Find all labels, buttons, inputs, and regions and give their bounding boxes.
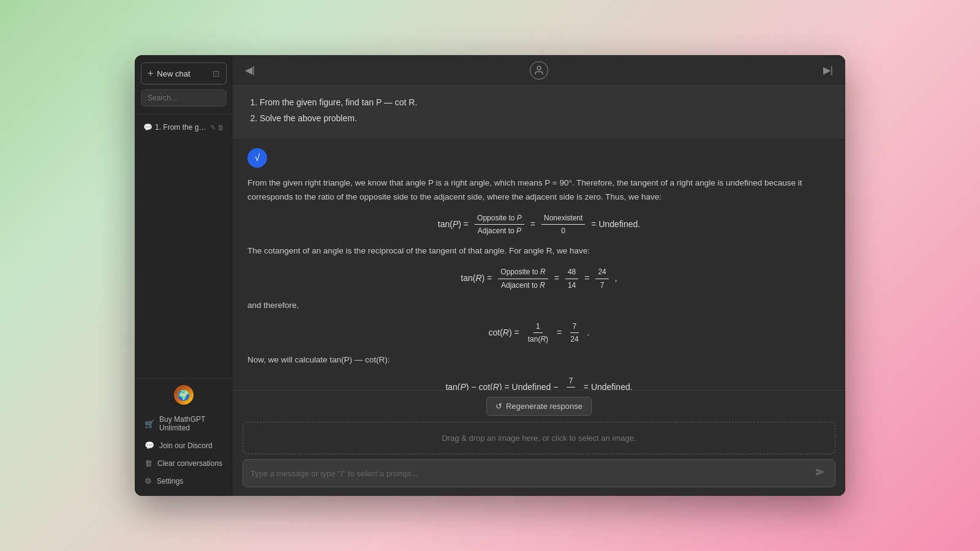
send-icon [815, 467, 825, 477]
sidebar-bottom: 🌍 🛒 Buy MathGPT Unlimited 💬 Join our Dis… [135, 378, 233, 496]
question-text: From the given figure, find tan P — cot … [247, 96, 831, 126]
discord-icon: 💬 [145, 441, 154, 450]
send-button[interactable] [813, 465, 827, 482]
cotangent-intro: The cotangent of an angle is the recipro… [247, 244, 831, 258]
clear-icon: 🗑 [145, 459, 153, 468]
message-input[interactable] [251, 469, 813, 478]
message-input-row [243, 459, 835, 487]
edit-icon[interactable]: ✎ [210, 124, 216, 132]
chat-header: ◀| ▶| [233, 55, 845, 86]
final-equation: tan(P) − cot(R) = Undefined − 7 24 = Und… [247, 375, 831, 390]
tanP-equation: tan(P) = Opposite to P Adjacent to P = N… [247, 212, 831, 238]
buy-icon: 🛒 [145, 419, 154, 429]
chat-bottom: ↺ Regenerate response Drag & drop an ima… [233, 390, 845, 496]
app-window: + New chat ⊡ 💬 1. From the given figur..… [135, 55, 845, 496]
answer-area: √ From the given right triangle, we know… [233, 138, 845, 390]
cotR-equation: cot(R) = 1 tan(R) = 7 24 . [247, 320, 831, 346]
expand-button[interactable]: ▶| [821, 62, 835, 78]
settings-icon: ⚙ [145, 476, 152, 485]
discord-label: Join our Discord [159, 441, 213, 450]
history-item-label: 1. From the given figur... [155, 123, 208, 132]
buy-unlimited-label: Buy MathGPT Unlimited [159, 415, 223, 432]
user-avatar-icon [530, 61, 548, 80]
chat-history-icon: 💬 [143, 123, 153, 132]
collapse-sidebar-button[interactable]: ◀| [243, 62, 257, 78]
regenerate-label: Regenerate response [506, 402, 582, 411]
drop-zone-text: Drag & drop an image here, or click to s… [442, 433, 636, 443]
calc-intro: Now, we will calculate tan(P) — cot(R): [247, 353, 831, 367]
image-drop-zone[interactable]: Drag & drop an image here, or click to s… [243, 422, 835, 454]
history-item[interactable]: 💬 1. From the given figur... ✎ 🗑 [138, 119, 229, 135]
user-avatar: 🌍 [174, 385, 194, 405]
sidebar-top: + New chat ⊡ [135, 55, 233, 114]
sidebar-history: 💬 1. From the given figur... ✎ 🗑 [135, 114, 233, 378]
clear-label: Clear conversations [157, 459, 222, 468]
answer-header: √ [247, 148, 831, 168]
regenerate-row: ↺ Regenerate response [243, 397, 835, 416]
therefore-text: and therefore, [247, 299, 831, 313]
answer-intro: From the given right triangle, we know t… [247, 176, 831, 204]
settings-button[interactable]: ⚙ Settings [140, 472, 228, 490]
svg-point-0 [537, 66, 541, 70]
discord-button[interactable]: 💬 Join our Discord [140, 437, 228, 454]
history-item-actions: ✎ 🗑 [210, 124, 224, 132]
new-chat-label: New chat [157, 69, 190, 78]
ai-avatar: √ [247, 148, 267, 168]
search-input[interactable] [141, 89, 227, 107]
plus-icon: + [148, 68, 153, 79]
avatar-row: 🌍 [140, 385, 228, 405]
new-chat-button[interactable]: + New chat ⊡ [141, 62, 227, 84]
clear-conversations-button[interactable]: 🗑 Clear conversations [140, 454, 228, 472]
question-item-2: Solve the above problem. [260, 111, 831, 125]
regenerate-button[interactable]: ↺ Regenerate response [486, 397, 592, 416]
regenerate-icon: ↺ [496, 402, 502, 411]
question-area: From the given figure, find tan P — cot … [233, 86, 845, 138]
settings-label: Settings [157, 477, 183, 485]
buy-unlimited-button[interactable]: 🛒 Buy MathGPT Unlimited [140, 411, 228, 437]
sidebar: + New chat ⊡ 💬 1. From the given figur..… [135, 55, 233, 496]
question-item-1: From the given figure, find tan P — cot … [260, 96, 831, 109]
main-content: ◀| ▶| From the given figure, find tan P … [233, 55, 845, 496]
edit-icon: ⊡ [213, 69, 220, 78]
answer-content: From the given right triangle, we know t… [247, 176, 831, 390]
user-icon-area [257, 61, 821, 80]
tanR-equation: tan(R) = Opposite to R Adjacent to R = 4… [247, 266, 831, 291]
delete-icon[interactable]: 🗑 [217, 124, 224, 132]
